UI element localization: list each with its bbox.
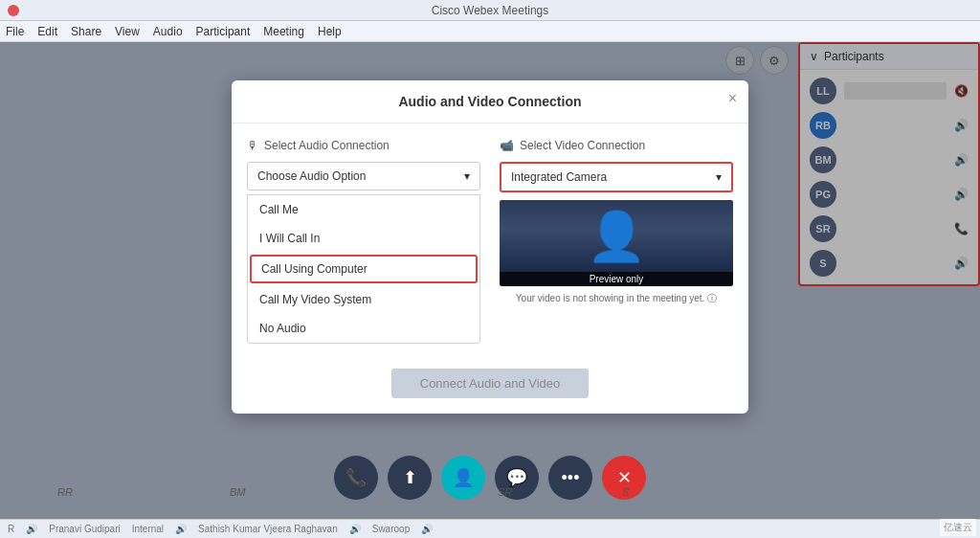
status-label-internal: Internal — [132, 524, 164, 534]
dialog-footer: Connect Audio and Video — [232, 359, 748, 414]
audio-dropdown[interactable]: Choose Audio Option ▾ — [247, 162, 480, 191]
chevron-down-icon: ▾ — [464, 169, 470, 183]
app-title: Cisco Webex Meetings — [432, 4, 549, 17]
bottom-toolbar: 📞 ⬆ 👤 💬 ••• ✕ — [334, 456, 646, 500]
status-participant-swaroop: Swaroop — [372, 524, 410, 534]
status-icon3: 🔊 — [349, 524, 361, 534]
participant-label-rr: RR — [57, 486, 73, 498]
microphone-icon: 🎙 — [247, 139, 258, 152]
audio-section: 🎙 Select Audio Connection Choose Audio O… — [247, 139, 480, 344]
menu-audio[interactable]: Audio — [153, 25, 183, 38]
status-icon2: 🔊 — [175, 524, 187, 534]
title-bar: Cisco Webex Meetings — [0, 0, 980, 21]
status-icon4: 🔊 — [421, 524, 433, 534]
menu-participant[interactable]: Participant — [196, 25, 251, 38]
participant-label-bm: BM — [230, 486, 246, 498]
status-participant-pranavi: Pranavi Gudipari — [49, 524, 120, 534]
audio-section-label: 🎙 Select Audio Connection — [247, 139, 480, 152]
audio-option-call-using-computer[interactable]: Call Using Computer — [250, 255, 478, 283]
status-participant-r: R — [8, 524, 14, 534]
audio-option-no-audio[interactable]: No Audio — [248, 314, 479, 343]
audio-option-call-me[interactable]: Call Me — [248, 195, 479, 224]
dialog: Audio and Video Connection × 🎙 Select Au… — [232, 80, 748, 414]
chevron-down-icon: ▾ — [716, 170, 722, 184]
menu-help[interactable]: Help — [318, 25, 342, 38]
dialog-body: 🎙 Select Audio Connection Choose Audio O… — [232, 123, 748, 359]
camera-dropdown[interactable]: Integrated Camera ▾ — [500, 162, 733, 192]
video-face-area: 👤 — [500, 200, 733, 272]
menu-file[interactable]: File — [6, 25, 24, 38]
share-button[interactable]: ⬆ — [388, 456, 432, 500]
audio-options-list: Call Me I Will Call In Call Using Comput… — [247, 194, 480, 344]
menu-meeting[interactable]: Meeting — [263, 25, 304, 38]
audio-option-video-system[interactable]: Call My Video System — [248, 285, 479, 314]
status-participant-sathish: Sathish Kumar Vjeera Raghavan — [198, 524, 338, 534]
menu-view[interactable]: View — [115, 25, 140, 38]
participants-button[interactable]: 👤 — [441, 456, 485, 500]
audio-option-will-call-in[interactable]: I Will Call In — [248, 224, 479, 253]
status-icon: 🔊 — [26, 524, 37, 534]
video-preview: 👤 Preview only — [500, 200, 733, 286]
camera-icon: 📹 — [500, 139, 514, 152]
menu-share[interactable]: Share — [71, 25, 101, 38]
call-button[interactable]: 📞 — [334, 456, 378, 500]
video-section-label: 📹 Select Video Connection — [500, 139, 733, 152]
video-notice: Your video is not showing in the meeting… — [500, 292, 733, 305]
watermark: 亿速云 — [940, 519, 976, 536]
participant-label-sr: SR — [498, 486, 512, 498]
video-section: 📹 Select Video Connection Integrated Cam… — [500, 139, 733, 344]
preview-label: Preview only — [500, 272, 733, 286]
more-options-button[interactable]: ••• — [548, 456, 592, 500]
face-placeholder: 👤 — [587, 209, 646, 264]
connect-audio-video-button[interactable]: Connect Audio and Video — [391, 369, 590, 398]
status-bar: R 🔊 Pranavi Gudipari Internal 🔊 Sathish … — [0, 519, 980, 538]
participant-label-s: S — [622, 486, 629, 498]
main-area: ⊞ ⚙ ∨ Participants LL 🔇 RB 🔊 BM 🔊 — [0, 42, 980, 538]
menu-bar: File Edit Share View Audio Participant M… — [0, 21, 980, 42]
menu-edit[interactable]: Edit — [37, 25, 57, 38]
dialog-close-button[interactable]: × — [728, 90, 737, 107]
close-dot[interactable] — [8, 5, 19, 16]
dialog-title: Audio and Video Connection × — [232, 80, 748, 123]
